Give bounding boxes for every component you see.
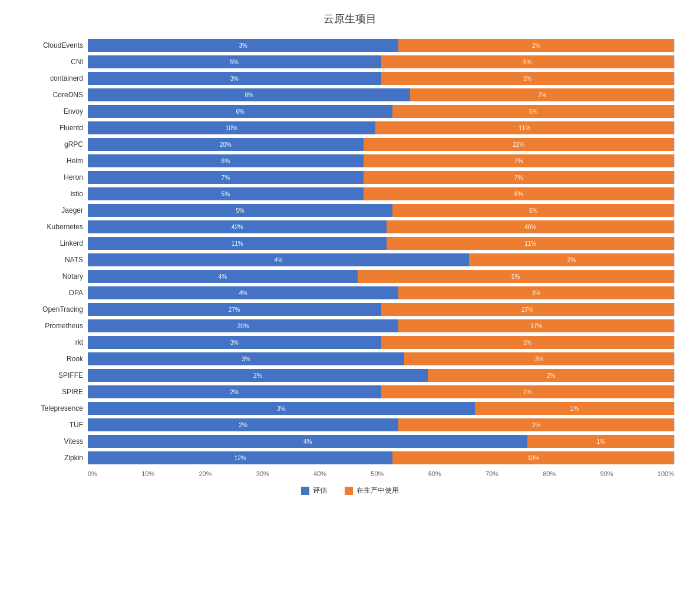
- bar-blue: 7%: [88, 171, 364, 184]
- bar-orange: 27%: [381, 303, 675, 316]
- bar-blue: 2%: [88, 385, 381, 398]
- bar-orange: 2%: [469, 253, 674, 266]
- bar-orange-label: 22%: [513, 141, 524, 148]
- row-label: OpenTracing: [26, 305, 88, 313]
- bar-blue: 8%: [88, 88, 410, 101]
- bar-blue: 5%: [88, 204, 392, 217]
- bar-orange: 5%: [381, 55, 675, 68]
- legend-orange-box: [345, 487, 353, 495]
- row-label: Zipkin: [26, 454, 88, 462]
- chart-row: CloudEvents3%2%: [26, 38, 674, 53]
- bar-area: 5%6%: [88, 187, 674, 200]
- bar-orange: 7%: [410, 88, 674, 101]
- bar-blue-label: 5%: [222, 191, 230, 197]
- row-label: CloudEvents: [26, 41, 88, 49]
- row-label: Kubernetes: [26, 223, 88, 231]
- bar-blue: 2%: [88, 369, 428, 382]
- bar-orange: 7%: [364, 171, 674, 184]
- bar-area: 3%3%: [88, 72, 674, 85]
- bar-area: 2%2%: [88, 385, 674, 398]
- x-axis-tick: 40%: [313, 470, 326, 477]
- row-label: Fluentd: [26, 124, 88, 132]
- chart-row: Fluentd10%11%: [26, 120, 674, 136]
- bar-blue: 2%: [88, 418, 398, 431]
- bar-orange: 2%: [428, 369, 674, 382]
- bar-orange: 6%: [364, 187, 674, 200]
- row-label: SPIRE: [26, 388, 88, 396]
- chart-row: Jaeger5%5%: [26, 203, 674, 218]
- bar-blue-label: 4%: [239, 290, 247, 296]
- chart-row: Heron7%7%: [26, 170, 674, 185]
- bar-blue: 20%: [88, 319, 398, 332]
- bar-blue-label: 5%: [236, 207, 244, 214]
- legend-blue-box: [301, 487, 309, 495]
- chart-row: istio5%6%: [26, 186, 674, 202]
- row-label: Helm: [26, 157, 88, 165]
- bar-blue-label: 20%: [220, 141, 232, 148]
- x-axis-tick: 0%: [88, 470, 97, 477]
- chart-row: Helm6%7%: [26, 153, 674, 169]
- bar-blue-label: 6%: [236, 108, 244, 115]
- legend: 评估 在生产中使用: [301, 486, 399, 496]
- row-label: CNI: [26, 58, 88, 66]
- row-label: rkt: [26, 338, 88, 346]
- legend-blue-label: 评估: [313, 486, 327, 496]
- bar-blue: 4%: [88, 270, 358, 283]
- row-label: Linkerd: [26, 239, 88, 247]
- bar-orange-label: 7%: [514, 174, 523, 181]
- bar-orange: 3%: [381, 336, 675, 349]
- bar-blue-label: 3%: [230, 75, 239, 82]
- bar-orange: 17%: [398, 319, 674, 332]
- chart-row: CoreDNS8%7%: [26, 87, 674, 103]
- bar-area: 5%5%: [88, 204, 674, 217]
- bar-orange: 5%: [392, 204, 674, 217]
- bar-orange-label: 7%: [538, 92, 546, 98]
- bar-blue-label: 3%: [239, 42, 247, 49]
- chart-row: rkt3%3%: [26, 335, 674, 350]
- bar-blue-label: 10%: [226, 125, 237, 131]
- bar-blue-label: 11%: [232, 240, 243, 247]
- bar-blue: 3%: [88, 402, 475, 415]
- bar-blue: 20%: [88, 138, 364, 151]
- bar-orange: 10%: [392, 451, 674, 464]
- bar-area: 5%5%: [88, 55, 674, 68]
- x-axis-tick: 90%: [600, 470, 613, 477]
- x-axis-tick: 30%: [256, 470, 269, 477]
- row-label: Envoy: [26, 107, 88, 115]
- row-label: gRPC: [26, 140, 88, 148]
- bar-area: 10%11%: [88, 121, 674, 134]
- bar-orange-label: 5%: [523, 59, 531, 65]
- bar-blue-label: 3%: [230, 339, 239, 346]
- row-label: CoreDNS: [26, 91, 88, 99]
- bar-orange-label: 3%: [523, 75, 531, 82]
- x-axis-tick: 70%: [486, 470, 498, 477]
- bar-area: 12%10%: [88, 451, 674, 464]
- bar-orange: 1%: [527, 435, 674, 448]
- bar-orange-label: 5%: [529, 207, 537, 214]
- bar-blue-label: 2%: [239, 422, 247, 428]
- bar-area: 4%5%: [88, 270, 674, 283]
- bar-area: 20%17%: [88, 319, 674, 332]
- chart-row: Rook3%3%: [26, 351, 674, 367]
- bar-area: 6%7%: [88, 154, 674, 167]
- chart-row: gRPC20%22%: [26, 137, 674, 152]
- bar-area: 20%22%: [88, 138, 674, 151]
- chart-row: SPIRE2%2%: [26, 384, 674, 400]
- bar-orange-label: 27%: [521, 306, 533, 313]
- x-axis-tick: 20%: [199, 470, 212, 477]
- x-axis-tick: 100%: [658, 470, 674, 477]
- row-label: Rook: [26, 355, 88, 363]
- bar-blue-label: 2%: [253, 372, 262, 379]
- bar-orange-label: 11%: [519, 125, 530, 131]
- bar-area: 4%3%: [88, 286, 674, 299]
- bar-orange: 2%: [398, 418, 674, 431]
- chart-container: CloudEvents3%2%CNI5%5%containerd3%3%Core…: [26, 38, 674, 477]
- row-label: Telepresence: [26, 404, 88, 412]
- bar-orange-label: 1%: [570, 405, 579, 412]
- row-label: Vitess: [26, 437, 88, 445]
- x-axis-tick: 80%: [543, 470, 556, 477]
- bar-blue-label: 3%: [242, 356, 250, 362]
- bar-area: 8%7%: [88, 88, 674, 101]
- bar-blue: 5%: [88, 55, 381, 68]
- bar-orange-label: 17%: [530, 323, 542, 329]
